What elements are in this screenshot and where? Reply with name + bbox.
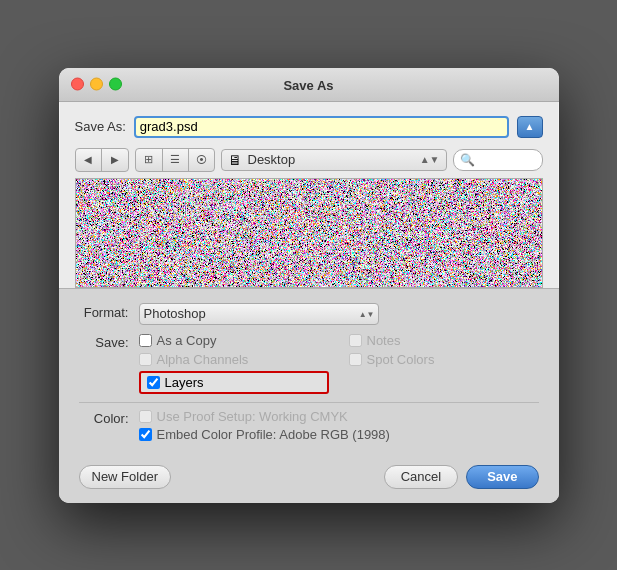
location-text: Desktop	[248, 152, 414, 167]
use-proof-setup-item: Use Proof Setup: Working CMYK	[139, 409, 539, 424]
use-proof-setup-checkbox[interactable]	[139, 410, 152, 423]
save-as-label: Save As:	[75, 119, 126, 134]
save-as-row: Save As: ▲	[75, 116, 543, 138]
color-row: Color: Use Proof Setup: Working CMYK Emb…	[79, 409, 539, 445]
nav-buttons: ◀ ▶	[75, 148, 129, 172]
cancel-button[interactable]: Cancel	[384, 465, 458, 489]
layers-checkbox[interactable]	[147, 376, 160, 389]
location-bar[interactable]: 🖥 Desktop ▲▼	[221, 149, 447, 171]
location-dropdown-icon: ▲▼	[420, 154, 440, 165]
spot-colors-item: Spot Colors	[349, 352, 539, 367]
embed-color-profile-label: Embed Color Profile: Adobe RGB (1998)	[157, 427, 390, 442]
maximize-button[interactable]	[109, 78, 122, 91]
view-list-button[interactable]: ☰	[162, 149, 188, 171]
embed-color-profile-checkbox[interactable]	[139, 428, 152, 441]
location-icon: 🖥	[228, 152, 242, 168]
divider	[79, 402, 539, 403]
use-proof-setup-label: Use Proof Setup: Working CMYK	[157, 409, 348, 424]
alpha-channels-label: Alpha Channels	[157, 352, 249, 367]
save-as-dialog: Save As Save As: ▲ ◀ ▶ ⊞ ☰ ⦿ 🖥 Deskto	[59, 68, 559, 503]
minimize-button[interactable]	[90, 78, 103, 91]
view-icons-button[interactable]: ⊞	[136, 149, 162, 171]
forward-button[interactable]: ▶	[102, 149, 128, 171]
notes-label: Notes	[367, 333, 401, 348]
format-label: Format:	[79, 303, 139, 320]
view-buttons: ⊞ ☰ ⦿	[135, 148, 215, 172]
preview-canvas	[76, 179, 542, 287]
as-a-copy-item: As a Copy	[139, 333, 329, 348]
layers-label: Layers	[165, 375, 204, 390]
save-options-row: Save: As a Copy Notes	[79, 333, 539, 394]
save-button[interactable]: Save	[466, 465, 538, 489]
dialog-title: Save As	[283, 78, 333, 93]
title-bar: Save As	[59, 68, 559, 102]
lower-section: Format: Photoshop JPEG PNG TIFF PDF Save…	[59, 288, 559, 503]
color-controls: Use Proof Setup: Working CMYK Embed Colo…	[139, 409, 539, 445]
spot-colors-checkbox[interactable]	[349, 353, 362, 366]
alpha-channels-item: Alpha Channels	[139, 352, 329, 367]
format-controls: Photoshop JPEG PNG TIFF PDF	[139, 303, 539, 325]
color-label: Color:	[79, 409, 139, 426]
spot-colors-label: Spot Colors	[367, 352, 435, 367]
save-as-input[interactable]	[134, 116, 509, 138]
as-a-copy-checkbox[interactable]	[139, 334, 152, 347]
right-buttons: Cancel Save	[384, 465, 539, 489]
format-row: Format: Photoshop JPEG PNG TIFF PDF	[79, 303, 539, 325]
toolbar-row: ◀ ▶ ⊞ ☰ ⦿ 🖥 Desktop ▲▼	[75, 148, 543, 172]
alpha-channels-checkbox[interactable]	[139, 353, 152, 366]
save-options-controls: As a Copy Notes Alpha Channels	[139, 333, 539, 394]
as-a-copy-label: As a Copy	[157, 333, 217, 348]
format-select[interactable]: Photoshop JPEG PNG TIFF PDF	[139, 303, 379, 325]
layers-highlight: Layers	[139, 371, 329, 394]
dialog-body: Save As: ▲ ◀ ▶ ⊞ ☰ ⦿ 🖥 Desktop ▲▼	[59, 102, 559, 288]
notes-item: Notes	[349, 333, 539, 348]
preview-area	[75, 178, 543, 288]
close-button[interactable]	[71, 78, 84, 91]
notes-checkbox[interactable]	[349, 334, 362, 347]
search-input[interactable]	[453, 149, 543, 171]
traffic-lights	[71, 78, 122, 91]
button-row: New Folder Cancel Save	[79, 453, 539, 503]
view-columns-button[interactable]: ⦿	[188, 149, 214, 171]
back-button[interactable]: ◀	[76, 149, 102, 171]
save-options-label: Save:	[79, 333, 139, 350]
new-folder-button[interactable]: New Folder	[79, 465, 171, 489]
checkbox-grid: As a Copy Notes Alpha Channels	[139, 333, 539, 394]
up-directory-button[interactable]: ▲	[517, 116, 543, 138]
format-select-wrapper: Photoshop JPEG PNG TIFF PDF	[139, 303, 379, 325]
embed-color-profile-item: Embed Color Profile: Adobe RGB (1998)	[139, 427, 539, 442]
